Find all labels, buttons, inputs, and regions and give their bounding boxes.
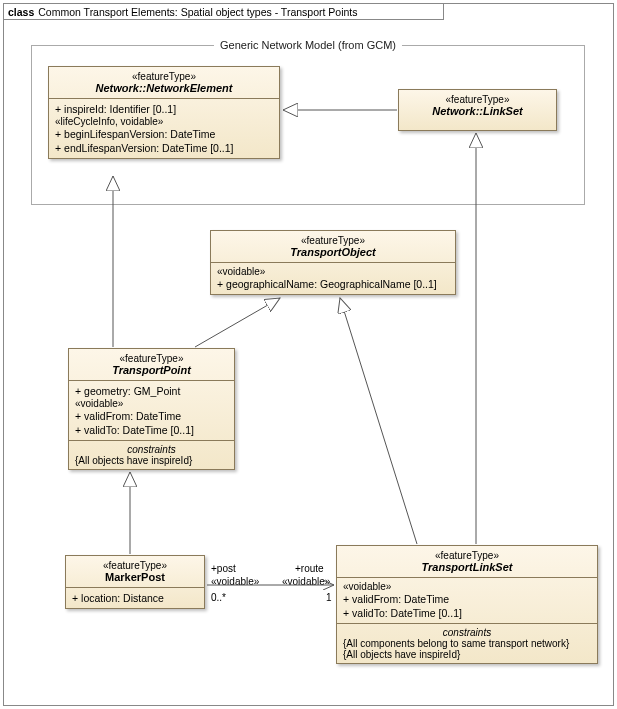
class-network-element: «featureType» Network::NetworkElement + … [48, 66, 280, 159]
stereotype: «featureType» [343, 550, 591, 561]
attr: + validFrom: DateTime [343, 592, 591, 606]
stereotype: «featureType» [72, 560, 198, 571]
stereotype: «featureType» [405, 94, 550, 105]
frame-keyword: class [8, 6, 34, 18]
constraint: {All objects have inspireId} [75, 455, 228, 466]
assoc-post-mult: 0..* [211, 592, 226, 603]
assoc-route-stereo: «voidable» [282, 576, 330, 587]
class-name: TransportLinkSet [343, 561, 591, 573]
attr: + endLifespanVersion: DateTime [0..1] [55, 141, 273, 155]
constraint: {All components belong to same transport… [343, 638, 591, 649]
constraint: {All objects have inspireId} [343, 649, 591, 660]
frame-title: Common Transport Elements: Spatial objec… [38, 6, 357, 18]
assoc-post-role: +post [211, 563, 236, 574]
attr: + geometry: GM_Point [75, 384, 228, 398]
constraints-title: constraints [75, 444, 228, 455]
attr: + validTo: DateTime [0..1] [75, 423, 228, 437]
attr: + inspireId: Identifier [0..1] [55, 102, 273, 116]
attr-group: «lifeCycleInfo, voidable» [55, 116, 273, 127]
attr-group: «voidable» [217, 266, 449, 277]
class-marker-post: «featureType» MarkerPost + location: Dis… [65, 555, 205, 609]
attr-group: «voidable» [343, 581, 591, 592]
stereotype: «featureType» [217, 235, 449, 246]
class-transport-link-set: «featureType» TransportLinkSet «voidable… [336, 545, 598, 664]
attr: + geographicalName: GeographicalName [0.… [217, 277, 449, 291]
attr: + beginLifespanVersion: DateTime [55, 127, 273, 141]
class-transport-point: «featureType» TransportPoint + geometry:… [68, 348, 235, 470]
class-name: Network::LinkSet [405, 105, 550, 117]
constraints-title: constraints [343, 627, 591, 638]
attr: + location: Distance [72, 591, 198, 605]
attr: + validTo: DateTime [0..1] [343, 606, 591, 620]
class-link-set: «featureType» Network::LinkSet [398, 89, 557, 131]
assoc-route-role: +route [295, 563, 324, 574]
class-name: TransportObject [217, 246, 449, 258]
stereotype: «featureType» [75, 353, 228, 364]
attr-group: «voidable» [75, 398, 228, 409]
stereotype: «featureType» [55, 71, 273, 82]
attr: + validFrom: DateTime [75, 409, 228, 423]
class-name: MarkerPost [72, 571, 198, 583]
assoc-post-stereo: «voidable» [211, 576, 259, 587]
class-name: TransportPoint [75, 364, 228, 376]
frame-title-tab: class Common Transport Elements: Spatial… [4, 4, 444, 20]
package-label: Generic Network Model (from GCM) [214, 39, 402, 51]
assoc-route-mult: 1 [326, 592, 332, 603]
class-transport-object: «featureType» TransportObject «voidable»… [210, 230, 456, 295]
class-name: Network::NetworkElement [55, 82, 273, 94]
